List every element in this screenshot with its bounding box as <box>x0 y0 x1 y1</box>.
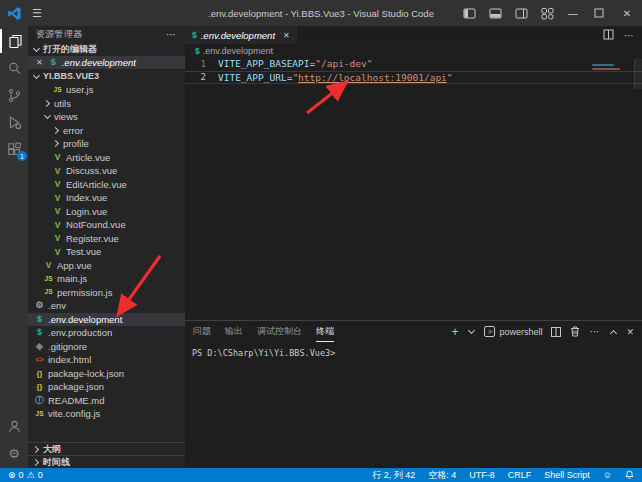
url-link[interactable]: http://localhost:19001/api <box>298 72 447 83</box>
vue-file-icon: V <box>52 153 63 162</box>
kill-terminal-trash-icon[interactable] <box>570 323 580 341</box>
close-button[interactable]: ✕ <box>612 0 642 26</box>
minimap-slider[interactable] <box>634 59 642 89</box>
indentation[interactable]: 空格: 4 <box>428 469 456 482</box>
explorer-icon[interactable] <box>0 29 28 53</box>
tree-item-permission-js[interactable]: JSpermission.js <box>28 286 185 300</box>
eol-sequence[interactable]: CRLF <box>508 470 532 480</box>
tree-item-NotFound-vue[interactable]: VNotFound.vue <box>28 218 185 232</box>
tree-item-main-js[interactable]: JSmain.js <box>28 272 185 286</box>
js-file-icon: JS <box>43 289 54 296</box>
panel-more-actions-icon[interactable]: ⋯ <box>589 326 600 337</box>
search-icon[interactable] <box>0 56 28 80</box>
customize-layout-icon[interactable] <box>534 0 560 26</box>
tab-terminal[interactable]: 终端 <box>316 321 334 342</box>
settings-gear-icon[interactable]: ⚙ <box>0 441 28 465</box>
minimap-marks[interactable] <box>592 68 620 70</box>
outline-section[interactable]: 大纲 <box>28 442 185 455</box>
file-name: Index.vue <box>66 192 107 203</box>
tree-item-Article-vue[interactable]: VArticle.vue <box>28 151 185 165</box>
cursor-position[interactable]: 行 2, 列 42 <box>372 469 415 482</box>
code-editor[interactable]: 1 VITE_APP_BASEAPI="/api-dev" 2 VITE_APP… <box>185 57 642 320</box>
split-editor-icon[interactable] <box>603 26 614 44</box>
tree-item-views[interactable]: views <box>28 110 185 124</box>
tree-item-README-md[interactable]: ⓘREADME.md <box>28 394 185 408</box>
tree-item-Index-vue[interactable]: VIndex.vue <box>28 191 185 205</box>
tree-item-Login-vue[interactable]: VLogin.vue <box>28 205 185 219</box>
source-control-icon[interactable] <box>0 83 28 107</box>
terminal-dropdown-icon[interactable] <box>467 328 475 336</box>
editor-more-actions-icon[interactable]: ⋯ <box>624 30 634 41</box>
file-name: vite.config.js <box>48 408 100 419</box>
tree-item-package-json[interactable]: {}package.json <box>28 380 185 394</box>
tree-item-env-production[interactable]: $.env.production <box>28 326 185 340</box>
maximize-panel-icon[interactable] <box>609 328 617 336</box>
encoding[interactable]: UTF-8 <box>469 470 495 480</box>
git-file-icon: ◈ <box>34 342 45 351</box>
file-name: .env.production <box>48 327 112 338</box>
tree-item-package-lock-json[interactable]: {}package-lock.json <box>28 367 185 381</box>
minimap-marks[interactable] <box>592 64 614 66</box>
chevron-down-icon <box>43 112 52 121</box>
tree-item-Test-vue[interactable]: VTest.vue <box>28 245 185 259</box>
tab-output[interactable]: 输出 <box>225 321 243 342</box>
language-mode[interactable]: Shell Script <box>544 470 590 480</box>
breadcrumb[interactable]: $ .env.development <box>185 44 642 57</box>
accounts-icon[interactable] <box>0 414 28 438</box>
tab-problems[interactable]: 问题 <box>193 321 211 342</box>
maximize-button[interactable] <box>586 0 612 26</box>
open-editors-section[interactable]: 打开的编辑器 <box>28 42 185 56</box>
file-name: main.js <box>57 273 87 284</box>
tree-item-profile[interactable]: profile <box>28 137 185 151</box>
vscode-window: ☰ .env.development - Yi.BBS.Vue3 - Visua… <box>0 0 642 482</box>
tree-item-App-vue[interactable]: VApp.vue <box>28 259 185 273</box>
tree-item-index-html[interactable]: <>index.html <box>28 353 185 367</box>
tree-item-user-js[interactable]: JSuser.js <box>28 83 185 97</box>
close-editor-icon[interactable]: ✕ <box>36 58 43 67</box>
tab-env-development[interactable]: $ .env.development ✕ <box>185 26 298 44</box>
close-tab-icon[interactable]: ✕ <box>283 31 290 40</box>
toggle-secondary-sidebar-icon[interactable] <box>508 0 534 26</box>
problems-status[interactable]: ⊗ 0 ⚠ 0 <box>8 470 43 480</box>
file-name: App.vue <box>57 260 92 271</box>
tree-item-Register-vue[interactable]: VRegister.vue <box>28 232 185 246</box>
new-terminal-icon[interactable]: + <box>451 326 458 338</box>
gear-file-icon: ⚙ <box>34 301 45 310</box>
open-editor-item-env-development[interactable]: ✕ $ .env.development <box>28 56 185 69</box>
terminal-panel: 问题 输出 调试控制台 终端 + > powershell <box>185 320 642 468</box>
code-line-2[interactable]: 2 VITE_APP_URL="http://localhost:19001/a… <box>185 71 642 85</box>
tree-item-env-development[interactable]: $.env.development <box>28 313 185 327</box>
tree-item-EditArticle-vue[interactable]: VEditArticle.vue <box>28 178 185 192</box>
vue-file-icon: V <box>52 221 63 230</box>
file-name: .env <box>48 300 66 311</box>
menu-icon[interactable]: ☰ <box>32 7 42 20</box>
notifications-bell-icon[interactable] <box>625 469 634 481</box>
tree-item-error[interactable]: error <box>28 124 185 138</box>
feedback-smiley-icon[interactable]: ☺ <box>603 471 612 480</box>
shell-selector[interactable]: > powershell <box>484 326 542 337</box>
vue-file-icon: V <box>52 248 63 257</box>
toggle-primary-sidebar-icon[interactable] <box>456 0 482 26</box>
tab-debug-console[interactable]: 调试控制台 <box>257 321 302 342</box>
close-panel-icon[interactable]: ✕ <box>626 327 634 337</box>
tree-item-vite-config-js[interactable]: JSvite.config.js <box>28 407 185 421</box>
toggle-panel-icon[interactable] <box>482 0 508 26</box>
code-line-1[interactable]: 1 VITE_APP_BASEAPI="/api-dev" <box>185 57 642 71</box>
file-name: views <box>54 111 78 122</box>
project-root-section[interactable]: YI.BBS.VUE3 <box>28 69 185 83</box>
timeline-section[interactable]: 时间线 <box>28 455 185 468</box>
tree-item-Discuss-vue[interactable]: VDiscuss.vue <box>28 164 185 178</box>
terminal-output[interactable]: PS D:\CSharp\Yi\Yi.BBS.Vue3> <box>185 342 642 468</box>
chevron-right-icon <box>32 445 41 454</box>
split-terminal-icon[interactable] <box>551 323 561 341</box>
tree-item-utils[interactable]: utils <box>28 97 185 111</box>
minimize-button[interactable]: — <box>560 0 586 26</box>
chevron-down-icon <box>32 45 41 54</box>
run-and-debug-icon[interactable] <box>0 110 28 134</box>
extensions-icon[interactable]: 1 <box>0 137 28 161</box>
vue-file-icon: V <box>52 207 63 216</box>
sidebar-more-actions-icon[interactable]: ⋯ <box>166 29 177 40</box>
tree-item-gitignore[interactable]: ◈.gitignore <box>28 340 185 354</box>
terminal-icon: > <box>484 326 495 337</box>
tree-item-env[interactable]: ⚙.env <box>28 299 185 313</box>
